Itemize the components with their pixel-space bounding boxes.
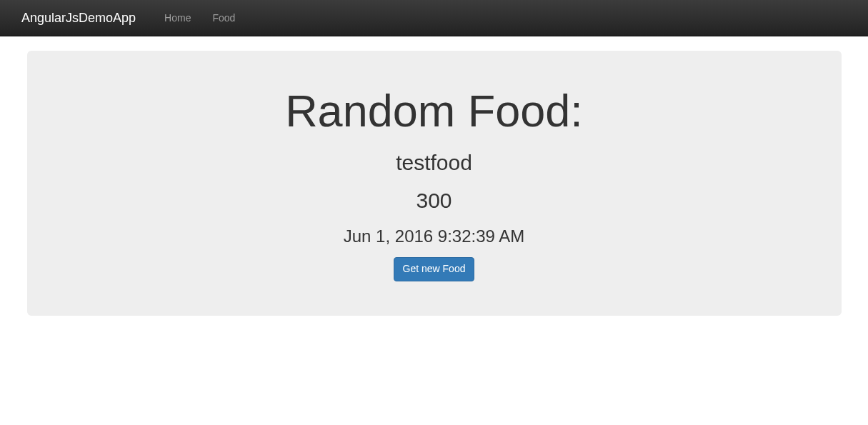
navbar: AngularJsDemoApp Home Food [0,0,868,36]
food-value: 300 [70,189,799,212]
nav-item-home: Home [154,0,201,36]
timestamp: Jun 1, 2016 9:32:39 AM [70,226,799,246]
get-new-food-button[interactable]: Get new Food [394,257,475,281]
navbar-nav: Home Food [154,0,246,36]
nav-item-food: Food [201,0,246,36]
page-title: Random Food: [70,85,799,136]
jumbotron: Random Food: testfood 300 Jun 1, 2016 9:… [27,51,842,316]
food-name: testfood [70,151,799,174]
nav-link-home[interactable]: Home [154,0,201,36]
main-container: Random Food: testfood 300 Jun 1, 2016 9:… [16,51,852,316]
navbar-brand[interactable]: AngularJsDemoApp [11,0,146,36]
nav-link-food[interactable]: Food [201,0,246,36]
